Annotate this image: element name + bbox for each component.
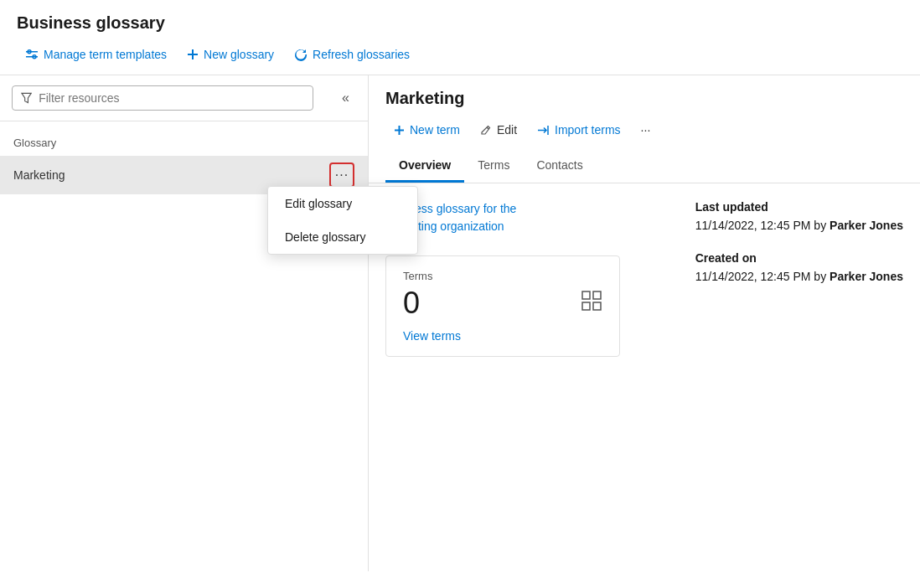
edit-icon [480,124,492,136]
manage-templates-button[interactable]: Manage term templates [17,43,175,66]
import-icon [537,124,550,137]
content-body: Business glossary for the marketing orga… [369,183,920,374]
content-header: Marketing New term Edit [369,75,920,183]
edit-glossary-menuitem[interactable]: Edit glossary [268,187,417,220]
page-title: Business glossary [17,13,903,33]
tab-overview[interactable]: Overview [385,150,464,183]
grid-icon [581,290,602,317]
last-updated-label: Last updated [695,200,903,214]
refresh-button[interactable]: Refresh glossaries [286,43,418,66]
terms-count: 0 [403,286,420,321]
new-term-label: New term [410,123,460,137]
new-glossary-label: New glossary [204,48,274,61]
new-term-button[interactable]: New term [385,118,468,142]
terms-count-row: 0 [403,286,602,321]
svg-rect-13 [593,291,601,299]
tab-contacts[interactable]: Contacts [523,150,596,183]
content-area: Marketing New term Edit [369,75,920,571]
overview-left: Business glossary for the marketing orga… [385,200,662,357]
manage-templates-label: Manage term templates [44,48,167,61]
collapse-sidebar-button[interactable]: « [335,87,356,109]
new-term-plus-icon [394,125,405,136]
svg-line-9 [487,127,488,129]
sliders-icon [25,48,39,61]
filter-input[interactable] [39,91,304,105]
content-toolbar: New term Edit Import terms [385,118,903,148]
overview-right: Last updated 11/14/2022, 12:45 PM by Par… [695,200,903,357]
tab-terms[interactable]: Terms [464,150,523,183]
plus-icon [187,49,199,60]
import-terms-label: Import terms [555,123,621,137]
edit-label: Edit [497,123,517,137]
terms-card: Terms 0 View terms [385,255,620,357]
last-updated-value: 11/14/2022, 12:45 PM by Parker Jones [695,217,903,235]
refresh-label: Refresh glossaries [313,48,410,61]
more-actions-icon: ··· [641,123,651,137]
created-on-value: 11/14/2022, 12:45 PM by Parker Jones [695,268,903,286]
glossary-section-label: Glossary [0,130,368,156]
view-terms-link[interactable]: View terms [403,329,602,343]
sidebar-nav: Glossary Marketing ··· Edit glossary Del… [0,121,368,203]
svg-rect-15 [593,302,601,310]
svg-rect-14 [582,302,590,310]
created-on-label: Created on [695,251,903,265]
sidebar-item-marketing[interactable]: Marketing ··· Edit glossary Delete gloss… [0,156,368,194]
tab-bar: Overview Terms Contacts [385,150,903,183]
more-icon: ··· [335,168,349,183]
filter-icon [21,92,32,104]
main-layout: « Glossary Marketing ··· Edit glossary D… [0,75,920,571]
refresh-icon [294,48,308,61]
filter-bar: « [0,75,368,121]
edit-button[interactable]: Edit [472,118,525,142]
more-actions-button[interactable]: ··· [633,118,659,142]
terms-card-label: Terms [403,270,602,282]
main-toolbar: Manage term templates New glossary Refre… [17,43,903,66]
more-options-button[interactable]: ··· [329,162,354,188]
app-header: Business glossary Manage term templates … [0,0,920,75]
context-menu: Edit glossary Delete glossary [267,186,418,255]
sidebar-item-label: Marketing [13,168,65,182]
sidebar: « Glossary Marketing ··· Edit glossary D… [0,75,369,571]
new-glossary-button[interactable]: New glossary [178,43,282,66]
content-title: Marketing [385,89,903,108]
svg-marker-6 [22,93,31,102]
filter-input-wrap [12,85,313,111]
svg-rect-12 [582,291,590,299]
import-terms-button[interactable]: Import terms [529,118,629,142]
delete-glossary-menuitem[interactable]: Delete glossary [268,220,417,254]
